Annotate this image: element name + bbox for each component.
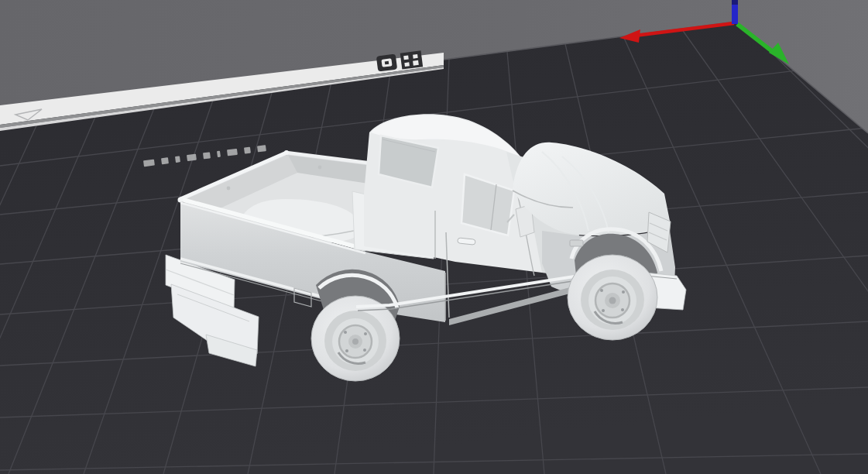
truck-mesh-facet (609, 297, 616, 304)
truck-mesh-facet (318, 166, 322, 170)
truck-mesh-facet (602, 309, 605, 312)
engraving-mark (203, 152, 211, 159)
truck-mesh-facet (364, 332, 367, 335)
scene-canvas (0, 0, 868, 474)
truck-mesh-facet (363, 349, 366, 352)
engraving-mark (257, 145, 266, 152)
truck-mesh-facet (600, 289, 603, 292)
engraving-mark (187, 154, 197, 161)
engraving-mark (175, 156, 180, 163)
truck-mesh-facet (345, 349, 348, 352)
truck-mesh-facet (621, 308, 624, 311)
truck-rear-wheel (311, 270, 400, 381)
plate-logo-icon (376, 54, 397, 72)
truck-front-wheel (568, 255, 657, 340)
engraving-mark (227, 149, 238, 156)
fender-badge (570, 240, 583, 246)
slicer-3d-viewport[interactable] (0, 0, 868, 474)
truck-mesh-facet (284, 150, 289, 155)
plate-qr-icon (400, 50, 423, 69)
engraving-mark (161, 157, 169, 164)
truck-mesh-facet (622, 290, 625, 294)
truck-mesh-facet (227, 187, 231, 191)
truck-mesh-facet (344, 331, 347, 334)
truck-mesh-facet (352, 338, 359, 345)
z-axis-cap (732, 0, 738, 5)
engraving-mark (244, 147, 251, 154)
